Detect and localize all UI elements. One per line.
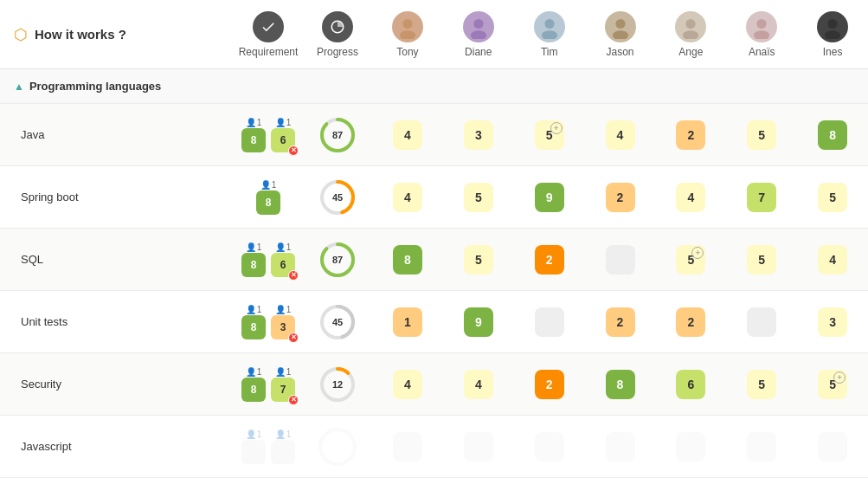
person-cell-2 xyxy=(514,432,585,462)
person-cell-4: 2 xyxy=(655,307,726,337)
person-cell-5 xyxy=(726,307,797,337)
col-label-ines: Ines xyxy=(823,46,843,58)
person-cell-3 xyxy=(585,432,656,462)
section-programming-languages[interactable]: ▲ Programming languages xyxy=(0,69,868,104)
data-row: Spring boot 👤1 8 45 4 5 9 2 4 7 5 xyxy=(0,166,868,229)
col-header-ines: Ines xyxy=(797,11,868,58)
data-row: Javascript 👤1 👤1 xyxy=(0,416,868,478)
person-cell-5: 5 xyxy=(726,120,797,150)
person-cell-2: 9 xyxy=(514,183,585,212)
col-header-ange: Ange xyxy=(655,11,726,58)
col-label-jason: Jason xyxy=(606,46,633,58)
svg-point-3 xyxy=(471,30,486,39)
page-title: How it works ? xyxy=(35,27,126,42)
avatar-tim xyxy=(534,11,565,42)
person-cell-4: 2 xyxy=(655,120,726,150)
col-header-tony: Tony xyxy=(372,11,443,58)
svg-point-4 xyxy=(544,18,554,28)
avatar-anais xyxy=(746,11,777,42)
row-label: Unit tests xyxy=(0,315,234,328)
person-cell-1 xyxy=(443,432,514,462)
person-cell-3: 2 xyxy=(585,307,656,337)
avatar-tony xyxy=(392,11,423,42)
person-cell-6 xyxy=(797,432,868,462)
data-row: Java 👤1 8 👤1 6✕ 87 4 3 5+ 4 2 5 8 xyxy=(0,104,868,166)
person-cell-1: 3 xyxy=(443,120,514,150)
person-cell-2 xyxy=(514,307,585,337)
person-cell-0 xyxy=(372,432,443,462)
avatar-ange xyxy=(675,11,706,42)
person-cell-5 xyxy=(726,432,797,462)
progress-icon-bg xyxy=(322,11,353,42)
data-row: Unit tests 👤1 8 👤1 3✕ 45 1 9 2 2 3 xyxy=(0,291,868,353)
req-cell: 👤1 8 👤1 6✕ xyxy=(234,118,303,152)
person-cell-0: 4 xyxy=(372,370,443,399)
person-cell-6: 5 xyxy=(797,183,868,212)
progress-cell: 12 xyxy=(303,365,372,404)
col-header-diane: Diane xyxy=(443,11,514,58)
person-cell-1: 5 xyxy=(443,183,514,212)
person-cell-5: 5 xyxy=(726,370,797,399)
person-cell-3: 8 xyxy=(585,370,656,399)
person-cell-1: 9 xyxy=(443,307,514,337)
req-cell: 👤1 8 👤1 3✕ xyxy=(234,305,303,339)
rows-container: Java 👤1 8 👤1 6✕ 87 4 3 5+ 4 2 5 8 Spring… xyxy=(0,104,868,478)
person-cell-4: 4 xyxy=(655,183,726,212)
person-cell-6: 3 xyxy=(797,307,868,337)
svg-point-7 xyxy=(612,30,627,39)
row-label: SQL xyxy=(0,253,234,266)
col-header-jason: Jason xyxy=(585,11,656,58)
avatar-diane xyxy=(463,11,494,42)
svg-point-1 xyxy=(400,30,415,39)
progress-icon xyxy=(330,19,345,35)
data-row: SQL 👤1 8 👤1 6✕ 87 8 5 2 5+ 5 4 xyxy=(0,229,868,291)
svg-point-5 xyxy=(542,30,557,39)
svg-point-10 xyxy=(757,18,767,28)
person-cell-3: 2 xyxy=(585,183,656,212)
title-cell: ⬡ How it works ? xyxy=(0,25,234,44)
person-cell-1: 5 xyxy=(443,245,514,275)
col-label-progress: Progress xyxy=(317,46,358,58)
person-cell-4 xyxy=(655,432,726,462)
person-cell-2: 5+ xyxy=(514,120,585,150)
progress-cell: 87 xyxy=(303,116,372,154)
person-cell-6: 8 xyxy=(797,120,868,150)
svg-point-13 xyxy=(825,30,840,39)
req-cell: 👤1 8 👤1 6✕ xyxy=(234,242,303,277)
svg-point-11 xyxy=(754,30,769,39)
person-cell-3 xyxy=(585,245,656,275)
person-cell-2: 2 xyxy=(514,245,585,275)
svg-point-2 xyxy=(473,18,483,28)
col-label-ange: Ange xyxy=(678,46,703,58)
cube-icon: ⬡ xyxy=(14,25,28,44)
row-label: Spring boot xyxy=(0,191,234,204)
svg-point-9 xyxy=(683,30,698,39)
progress-cell xyxy=(303,428,372,466)
person-cell-3: 4 xyxy=(585,120,656,150)
avatar-ines xyxy=(817,11,848,42)
req-cell: 👤1 👤1 xyxy=(234,430,303,464)
person-cell-0: 4 xyxy=(372,183,443,212)
svg-point-0 xyxy=(402,18,412,28)
person-cell-0: 1 xyxy=(372,307,443,337)
person-cell-5: 7 xyxy=(726,183,797,212)
col-header-requirement: Requirement xyxy=(234,11,303,58)
col-header-anais: Anaïs xyxy=(726,11,797,58)
req-cell: 👤1 8 👤1 7✕ xyxy=(234,367,303,402)
row-label: Java xyxy=(0,128,234,141)
person-cell-4: 5+ xyxy=(655,245,726,275)
row-label: Javascript xyxy=(0,440,234,453)
row-label: Security xyxy=(0,378,234,391)
avatar-jason xyxy=(605,11,636,42)
svg-point-6 xyxy=(615,18,625,28)
person-cell-6: 5+ xyxy=(797,370,868,399)
person-cell-1: 4 xyxy=(443,370,514,399)
section-chevron-icon: ▲ xyxy=(14,81,24,93)
person-cell-4: 6 xyxy=(655,370,726,399)
col-label-requirement: Requirement xyxy=(239,46,299,58)
col-label-tim: Tim xyxy=(541,46,558,58)
progress-cell: 45 xyxy=(303,303,372,341)
col-header-progress: Progress xyxy=(303,11,372,58)
col-header-tim: Tim xyxy=(514,11,585,58)
col-label-anais: Anaïs xyxy=(749,46,775,58)
